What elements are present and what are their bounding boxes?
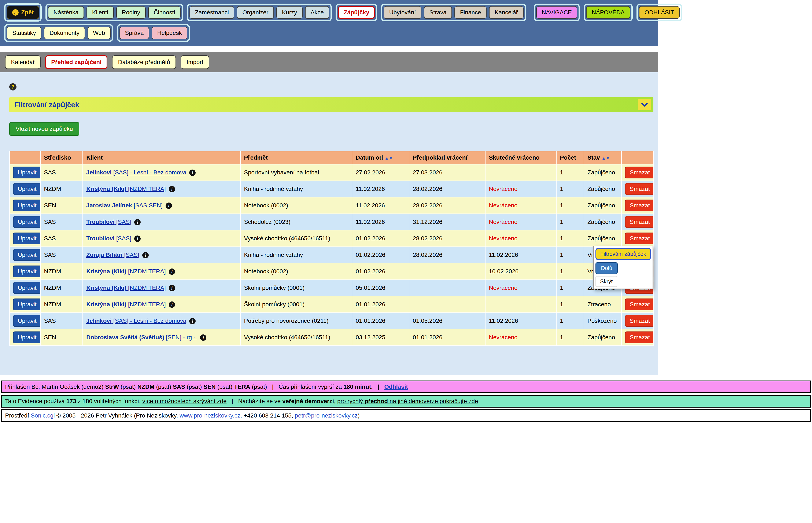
client-link[interactable]: Troubilovi [SAS] — [86, 219, 131, 225]
nav-item-helpdesk[interactable]: Helpdesk — [151, 26, 187, 39]
nav-item-cinnosti[interactable]: Činnosti — [148, 6, 181, 19]
toolbar-item-databaze-predmetu[interactable]: Databáze předmětů — [112, 55, 176, 69]
info-icon[interactable]: i — [169, 302, 175, 308]
edit-button[interactable]: Upravit — [13, 216, 40, 228]
edit-button[interactable]: Upravit — [13, 331, 40, 343]
delete-button[interactable]: Smazat — [625, 200, 654, 211]
cell-stav: Zapůjčeno — [584, 164, 621, 181]
client-link[interactable]: Jaroslav Jelínek [SAS SEN] — [86, 202, 163, 209]
nav-item-klienti[interactable]: Klienti — [87, 6, 113, 19]
session-user-text: Přihlášen Bc. Martin Ocásek (demo2) — [5, 383, 103, 390]
client-link[interactable]: Jelínkovi [SAS] - Lesní - Bez domova — [86, 169, 186, 176]
cell-predmet: Školní pomůcky (0001) — [240, 280, 352, 296]
nav-group-clients: Nástěnka Klienti Rodiny Činnosti — [46, 4, 183, 21]
nav-item-web[interactable]: Web — [88, 26, 111, 39]
toolbar-item-import[interactable]: Import — [181, 55, 209, 69]
add-loan-button[interactable]: Vložit novou zápůjčku — [9, 122, 79, 136]
info-icon[interactable]: i — [169, 269, 175, 275]
delete-button[interactable]: Smazat — [625, 315, 654, 327]
nav-item-ubytovani[interactable]: Ubytování — [383, 6, 421, 19]
popup-down-button[interactable]: Dolů — [595, 262, 618, 274]
website-link[interactable]: www.pro-neziskovky.cz — [180, 412, 240, 419]
delete-button[interactable]: Smazat — [625, 299, 654, 310]
nav-item-nastenka[interactable]: Nástěnka — [48, 6, 84, 19]
edit-button[interactable]: Upravit — [13, 233, 40, 245]
edit-button[interactable]: Upravit — [13, 200, 40, 211]
info-icon[interactable]: i — [134, 219, 141, 226]
nav-item-dokumenty[interactable]: Dokumenty — [44, 26, 85, 39]
cell-predpoklad-vraceni: 01.05.2026 — [409, 313, 485, 329]
nav-item-sprava[interactable]: Správa — [120, 26, 149, 39]
demo-switch-link[interactable]: pro rychlý přechod na jiné demoverze pok… — [337, 398, 478, 404]
sort-desc-icon[interactable]: ▼ — [389, 156, 393, 160]
cell-predpoklad-vraceni: 31.12.2026 — [409, 214, 485, 230]
info-icon[interactable]: i — [189, 318, 196, 324]
help-icon[interactable]: ? — [9, 83, 17, 90]
nav-item-zapujcky-active[interactable]: Zápůjčky — [338, 6, 375, 19]
popup-hide-button[interactable]: Skrýt — [595, 276, 617, 287]
info-icon[interactable]: i — [142, 252, 149, 258]
filter-panel-header[interactable]: Filtrování zápůjček — [9, 97, 653, 112]
sonic-link[interactable]: Sonic.cgi — [31, 412, 55, 419]
edit-button[interactable]: Upravit — [13, 315, 40, 327]
cell-skutecne-vraceno: 10.02.2026 — [485, 263, 556, 280]
chevron-down-icon[interactable] — [638, 99, 651, 110]
edit-button[interactable]: Upravit — [13, 266, 40, 277]
info-icon[interactable]: i — [166, 202, 172, 209]
nav-item-strava[interactable]: Strava — [424, 6, 452, 19]
uses-count: 173 — [67, 398, 76, 404]
cell-predpoklad-vraceni: 28.02.2026 — [409, 230, 485, 247]
info-icon[interactable]: i — [169, 186, 175, 192]
nav-item-rodiny[interactable]: Rodiny — [116, 6, 146, 19]
edit-button[interactable]: Upravit — [13, 282, 40, 294]
napoveda-button[interactable]: NÁPOVĚDA — [586, 6, 630, 19]
edit-button[interactable]: Upravit — [13, 167, 40, 178]
cell-stredisko: NZDM — [40, 181, 83, 197]
info-icon[interactable]: i — [189, 169, 196, 176]
cell-pocet: 1 — [556, 247, 584, 263]
info-icon[interactable]: i — [169, 285, 175, 291]
sort-asc-icon[interactable]: ▲ — [385, 156, 389, 160]
navigace-button[interactable]: NAVIGACE — [536, 6, 577, 19]
toolbar-item-kalendar[interactable]: Kalendář — [5, 55, 41, 69]
delete-button[interactable]: Smazat — [625, 233, 654, 245]
edit-button[interactable]: Upravit — [13, 183, 40, 195]
info-icon[interactable]: i — [134, 235, 141, 242]
nav-item-finance[interactable]: Finance — [454, 6, 487, 19]
back-button[interactable]: ← Zpět — [7, 6, 39, 19]
client-link[interactable]: Zoraja Bihári [SAS] — [86, 252, 139, 258]
info-icon[interactable]: i — [200, 335, 206, 341]
delete-button[interactable]: Smazat — [625, 167, 654, 178]
client-link[interactable]: Kristýna (Kiki) [NZDM TERA] — [86, 268, 166, 275]
toolbar-item-prehled-zapujceni[interactable]: Přehled zapůjčení — [45, 55, 107, 69]
sort-desc-icon[interactable]: ▼ — [606, 156, 610, 160]
odhlasit-button[interactable]: ODHLÁSIT — [639, 6, 680, 19]
logout-link[interactable]: Odhlásit — [384, 383, 408, 390]
client-link[interactable]: Troubilovi [SAS] — [86, 235, 131, 241]
nav-item-zamestnanci[interactable]: Zaměstnanci — [190, 6, 234, 19]
client-link[interactable]: Kristýna (Kiki) [NZDM TERA] — [86, 301, 166, 308]
delete-button[interactable]: Smazat — [625, 183, 654, 195]
client-link[interactable]: Kristýna (Kiki) [NZDM TERA] — [86, 186, 166, 192]
email-link[interactable]: petr@pro-neziskovky.cz — [295, 412, 358, 419]
client-link[interactable]: Dobroslava Světlá (Světluš) [SEN] - rg - — [86, 334, 197, 341]
cell-skutecne-vraceno: Nevráceno — [485, 181, 556, 197]
nav-item-kancelar[interactable]: Kancelář — [489, 6, 524, 19]
nav-item-akce[interactable]: Akce — [305, 6, 329, 19]
nav-item-kurzy[interactable]: Kurzy — [276, 6, 303, 19]
filter-panel-title: Filtrování zápůjček — [14, 101, 79, 109]
client-link[interactable]: Jelínkovi [SAS] - Lesní - Bez domova — [86, 318, 186, 324]
edit-button[interactable]: Upravit — [13, 299, 40, 310]
header-stav: Stav ▲▼ — [584, 151, 621, 164]
delete-button[interactable]: Smazat — [625, 331, 654, 343]
popup-filter-button[interactable]: Filtrování zápůjček — [595, 248, 651, 260]
delete-button[interactable]: Smazat — [625, 216, 654, 228]
demo-label: Nacházíte se ve — [238, 398, 281, 404]
sort-asc-icon[interactable]: ▲ — [601, 156, 606, 160]
table-row: Upravit SEN Dobroslava Světlá (Světluš) … — [10, 329, 654, 346]
nav-item-organizer[interactable]: Organizér — [237, 6, 274, 19]
more-features-link[interactable]: více o možnostech skrývání zde — [142, 398, 227, 404]
edit-button[interactable]: Upravit — [13, 249, 40, 261]
client-link[interactable]: Kristýna (Kiki) [NZDM TERA] — [86, 285, 166, 291]
nav-item-statistiky[interactable]: Statistiky — [7, 26, 41, 39]
